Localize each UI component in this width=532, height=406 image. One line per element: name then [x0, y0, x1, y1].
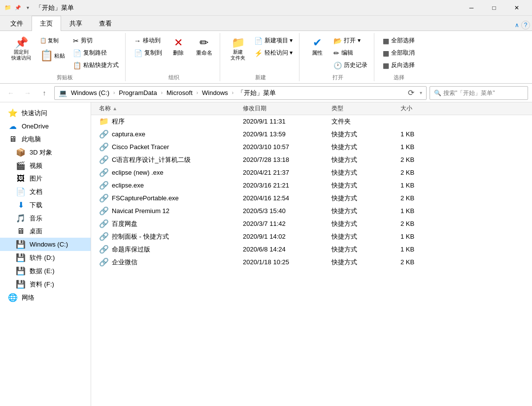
address-segment-microsoft[interactable]: Microsoft	[165, 88, 195, 97]
invert-button[interactable]: ▦ 反向选择	[380, 60, 417, 71]
rename-icon: ✏	[200, 37, 208, 48]
help-button[interactable]: ?	[521, 21, 530, 30]
copy-path-button[interactable]: 📄 复制路径	[70, 47, 121, 59]
address-segment-programdata[interactable]: ProgramData	[117, 88, 159, 97]
cut-button[interactable]: ✂ 剪切	[70, 35, 121, 46]
move-button[interactable]: → 移动到	[132, 35, 165, 46]
new-item-button[interactable]: 📄 新建项目 ▾	[252, 35, 295, 46]
ribbon-collapse[interactable]: ∧	[513, 21, 521, 30]
sidebar-item-pictures[interactable]: 🖼 图片	[0, 172, 91, 185]
list-item[interactable]: 🔗 企业微信 2020/1/18 10:25 快捷方式 2 KB	[91, 256, 532, 269]
select-none-button[interactable]: ▦ 全部取消	[380, 47, 417, 59]
list-item[interactable]: 🔗 控制面板 - 快捷方式 2020/9/1 14:02 快捷方式 1 KB	[91, 230, 532, 243]
properties-button[interactable]: ✔ 属性	[305, 35, 329, 59]
paste-button[interactable]: 📋 粘贴	[36, 47, 68, 64]
col-header-size[interactable]: 大小	[400, 104, 440, 113]
search-input[interactable]	[443, 90, 524, 96]
file-area: 名称 ▲ 修改日期 类型 大小 📁 程序 2020/9/1 11:31 文件夹 …	[91, 102, 532, 406]
file-type: 快捷方式	[332, 168, 400, 177]
list-item[interactable]: 🔗 百度网盘 2020/3/7 11:42 快捷方式 2 KB	[91, 218, 532, 230]
file-icon: 🔗	[99, 168, 109, 177]
rename-button[interactable]: ✏ 重命名	[192, 35, 216, 59]
move-label: 移动到	[143, 36, 161, 45]
address-segment-c[interactable]: Windows (C:)	[69, 88, 111, 97]
file-icon: 🔗	[99, 245, 109, 254]
sidebar-item-documents[interactable]: 📄 文档	[0, 185, 91, 198]
list-item[interactable]: 🔗 命题库保过版 2020/6/8 14:24 快捷方式 1 KB	[91, 243, 532, 256]
list-item[interactable]: 🔗 Cisco Packet Tracer 2020/3/10 10:57 快捷…	[91, 141, 532, 154]
file-date: 2020/3/16 21:21	[243, 182, 332, 189]
file-size: 2 KB	[400, 220, 440, 227]
list-item[interactable]: 🔗 C语言程序设计_计算机二级 2020/7/28 13:18 快捷方式 2 K…	[91, 154, 532, 166]
close-button[interactable]: ✕	[505, 0, 528, 16]
edit-button[interactable]: ✏ 编辑	[331, 47, 370, 59]
sidebar-item-music[interactable]: 🎵 音乐	[0, 212, 91, 225]
back-button[interactable]: ←	[4, 86, 18, 100]
col-header-type[interactable]: 类型	[332, 104, 400, 113]
sidebar-item-software-d[interactable]: 💾 软件 (D:)	[0, 251, 91, 264]
sidebar-item-onedrive[interactable]: ☁ OneDrive	[0, 120, 91, 133]
list-item[interactable]: 🔗 eclipse (new) .exe 2020/4/21 21:37 快捷方…	[91, 166, 532, 179]
ribbon-group-open: ✔ 属性 📂 打开 ▾ ✏ 编辑	[301, 33, 374, 81]
address-segment-windows[interactable]: Windows	[200, 88, 230, 97]
new-item-icon: 📄	[254, 37, 263, 45]
up-button[interactable]: ↑	[37, 86, 51, 100]
maximize-button[interactable]: □	[483, 0, 505, 16]
address-segment-startmenu[interactable]: 「开始」菜单	[235, 88, 278, 98]
address-dropdown[interactable]: ▾	[420, 90, 422, 95]
list-item[interactable]: 🔗 eclipse.exe 2020/3/16 21:21 快捷方式 1 KB	[91, 179, 532, 192]
delete-label: 删除	[173, 49, 184, 57]
file-name: Navicat Premium 12	[112, 207, 169, 215]
resource-f-label: 资料 (F:)	[30, 280, 54, 289]
tab-share[interactable]: 共享	[61, 16, 91, 31]
minimize-button[interactable]: ─	[460, 0, 483, 16]
list-item[interactable]: 🔗 FSCapturePortable.exe 2020/4/16 12:54 …	[91, 192, 532, 205]
sidebar-item-downloads[interactable]: ⬇ 下载	[0, 198, 91, 212]
open-button[interactable]: 📂 打开 ▾	[331, 35, 370, 46]
sidebar-item-data-e[interactable]: 💾 数据 (E:)	[0, 264, 91, 278]
list-item[interactable]: 🔗 captura.exe 2020/9/1 13:59 快捷方式 1 KB	[91, 128, 532, 141]
select-all-button[interactable]: ▦ 全部选择	[380, 35, 417, 46]
new-folder-button[interactable]: 📁 新建文件夹	[226, 35, 250, 63]
col-header-date[interactable]: 修改日期	[243, 104, 332, 113]
file-type: 快捷方式	[332, 245, 400, 254]
sidebar: ⭐ 快速访问 ☁ OneDrive 🖥 此电脑 📦 3D 对象 🎬 视频 🖼 图…	[0, 102, 91, 406]
delete-button[interactable]: ✕ 删除	[166, 35, 190, 59]
refresh-button[interactable]: ⟳	[404, 86, 418, 100]
open-label: 打开 ▾	[344, 36, 360, 45]
tab-file[interactable]: 文件	[2, 16, 32, 31]
sidebar-item-resource-f[interactable]: 💾 资料 (F:)	[0, 278, 91, 291]
open-icon: 📂	[333, 37, 342, 45]
this-pc-icon: 🖥	[8, 135, 18, 144]
file-type: 快捷方式	[332, 219, 400, 228]
list-item[interactable]: 📁 程序 2020/9/1 11:31 文件夹	[91, 115, 532, 128]
tab-view[interactable]: 查看	[91, 16, 120, 31]
file-name-cell: 🔗 FSCapturePortable.exe	[95, 193, 243, 203]
address-bar[interactable]: 💻 Windows (C:) › ProgramData › Microsoft…	[54, 86, 427, 100]
file-icon: 🔗	[99, 206, 109, 216]
select-label: 选择	[394, 73, 404, 81]
copy-button[interactable]: 📋 复制	[36, 35, 68, 46]
address-arrow-3: ›	[197, 90, 198, 95]
tab-home[interactable]: 主页	[32, 16, 61, 31]
sidebar-item-desktop[interactable]: 🖥 桌面	[0, 225, 91, 238]
sidebar-item-this-pc[interactable]: 🖥 此电脑	[0, 133, 91, 146]
pin-button[interactable]: 📌 固定到快速访问	[8, 35, 34, 63]
resource-f-icon: 💾	[16, 280, 26, 289]
col-header-name[interactable]: 名称 ▲	[95, 104, 243, 113]
copy2-button[interactable]: 📄 复制到	[132, 47, 165, 59]
file-date: 2020/9/1 14:02	[243, 233, 332, 240]
search-bar[interactable]: 🔍	[430, 86, 528, 100]
sidebar-item-windows-c[interactable]: 💾 Windows (C:)	[0, 238, 91, 251]
new-content: 📁 新建文件夹 📄 新建项目 ▾ ⚡ 轻松访问 ▾	[226, 33, 295, 73]
history-button[interactable]: 🕐 历史记录	[331, 60, 370, 71]
forward-button[interactable]: →	[21, 86, 34, 100]
sidebar-item-network[interactable]: 🌐 网络	[0, 291, 91, 304]
file-icon: 🔗	[99, 129, 109, 139]
paste-shortcut-button[interactable]: 📋 粘贴快捷方式	[70, 60, 121, 71]
sidebar-item-3d[interactable]: 📦 3D 对象	[0, 146, 91, 159]
easy-access-button[interactable]: ⚡ 轻松访问 ▾	[252, 47, 295, 59]
list-item[interactable]: 🔗 Navicat Premium 12 2020/5/3 15:40 快捷方式…	[91, 205, 532, 218]
sidebar-item-quick-access[interactable]: ⭐ 快速访问	[0, 106, 91, 120]
sidebar-item-videos[interactable]: 🎬 视频	[0, 159, 91, 172]
